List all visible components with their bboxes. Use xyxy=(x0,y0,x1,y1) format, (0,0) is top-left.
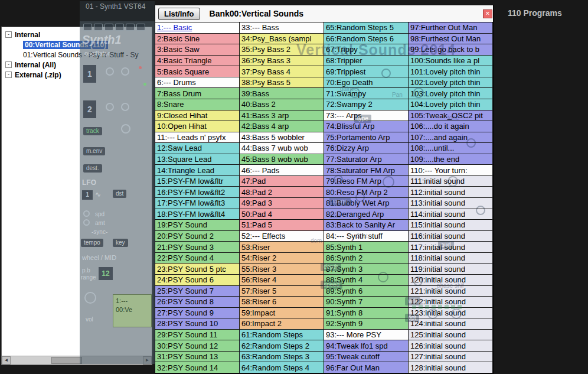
program-cell[interactable]: 53:Riser xyxy=(240,242,324,253)
program-cell[interactable]: 122:initial sound xyxy=(409,297,493,308)
program-cell[interactable]: 12:Saw Lead xyxy=(155,143,240,154)
program-cell[interactable]: 86:Synth 2 xyxy=(324,253,409,264)
program-cell[interactable]: 88:Synth 4 xyxy=(324,275,409,286)
program-cell[interactable]: 9:Closed Hihat xyxy=(155,110,240,122)
program-cell[interactable]: 106:....do it again xyxy=(409,121,493,132)
program-cell[interactable]: 41:Bass 3 arp xyxy=(240,110,324,122)
program-cell[interactable]: 2:Basic Sine xyxy=(155,34,240,45)
program-cell[interactable]: 7:Bass Drum xyxy=(155,88,240,99)
program-cell[interactable]: 65:Random Steps 5 xyxy=(324,22,409,34)
program-cell[interactable]: 27:PSY Sound 9 xyxy=(155,308,240,319)
program-cell[interactable]: 45:Bass 8 wob wub xyxy=(240,154,324,165)
program-cell[interactable]: 102:Lovely pitch thin xyxy=(409,77,493,89)
program-cell[interactable]: 109:....the end xyxy=(409,154,493,165)
program-cell[interactable]: 20:PSY Sound 2 xyxy=(155,231,240,242)
program-cell[interactable]: 82:Deranged Arp xyxy=(324,209,409,220)
tree-item[interactable]: 01:Vertical Sounds - Psy n' Stuff - Sy xyxy=(2,50,152,60)
program-cell[interactable]: 112:initial sound xyxy=(409,187,493,198)
program-cell[interactable]: 39:Bass xyxy=(240,88,324,99)
program-cell[interactable]: 55:Riser 3 xyxy=(240,264,324,275)
program-cell[interactable]: 63:Random Steps 3 xyxy=(240,352,324,363)
program-cell[interactable]: 14:Triangle Lead xyxy=(155,165,240,176)
program-cell[interactable]: 72:Swampy 2 xyxy=(324,99,409,110)
program-cell[interactable]: 75:Portamento Arp xyxy=(324,132,409,144)
program-cell[interactable]: 57:Riser 5 xyxy=(240,286,324,297)
program-cell[interactable]: 40:Bass 2 xyxy=(240,99,324,110)
tree-item[interactable]: -Internal (All) xyxy=(2,60,152,70)
program-cell[interactable]: 100:Sounds like a pl xyxy=(409,56,493,67)
program-cell[interactable]: 3:Basic Saw xyxy=(155,44,240,56)
program-cell[interactable]: 73:--- Arps xyxy=(324,110,409,122)
program-cell[interactable]: 59:Impact xyxy=(240,308,324,319)
program-cell[interactable]: 114:initial sound xyxy=(409,209,493,220)
program-cell[interactable]: 80:Reso FM Arp 2 xyxy=(324,187,409,198)
program-cell[interactable]: 108:....until... xyxy=(409,143,493,154)
tree-item[interactable]: -External (.zip) xyxy=(2,70,152,80)
program-cell[interactable]: 66:Random Steps 6 xyxy=(324,34,409,45)
program-cell[interactable]: 17:PSY-FM low&flt3 xyxy=(155,198,240,209)
program-cell[interactable]: 11:--- Leads n' psyfx xyxy=(155,132,240,144)
program-cell[interactable]: 30:PSY Sound 12 xyxy=(155,340,240,352)
program-cell[interactable]: 79:Reso FM Arp xyxy=(324,176,409,187)
program-cell[interactable]: 67:Trippy xyxy=(324,44,409,56)
tree-expander-icon[interactable]: - xyxy=(5,31,12,38)
program-cell[interactable]: 83:Back to Sanity Ar xyxy=(324,220,409,231)
program-cell[interactable]: 116:initial sound xyxy=(409,231,493,242)
program-cell[interactable]: 21:PSY Sound 3 xyxy=(155,242,240,253)
program-cell[interactable]: 6:--- Drums xyxy=(155,77,240,89)
program-cell[interactable]: 126:initial sound xyxy=(409,340,493,352)
program-cell[interactable]: 124:initial sound xyxy=(409,318,493,330)
tree-item[interactable]: 00:Vertical Sounds (110) xyxy=(2,40,152,50)
program-cell[interactable]: 51:Pad 5 xyxy=(240,220,324,231)
program-cell[interactable]: 61:Random Steps xyxy=(240,330,324,341)
program-cell[interactable]: 56:Riser 4 xyxy=(240,275,324,286)
program-cell[interactable]: 110:--- Your turn: xyxy=(409,165,493,176)
program-cell[interactable]: 118:initial sound xyxy=(409,253,493,264)
program-cell[interactable]: 68:Trippier xyxy=(324,56,409,67)
program-cell[interactable]: 8:Snare xyxy=(155,99,240,110)
program-cell[interactable]: 96:Far Out Man xyxy=(324,362,409,373)
program-cell[interactable]: 95:Tweak cutoff xyxy=(324,352,409,363)
program-cell[interactable]: 78:Saturator FM Arp xyxy=(324,165,409,176)
program-cell[interactable]: 107:....and again xyxy=(409,132,493,144)
program-cell[interactable]: 84:--- Synth stuff xyxy=(324,231,409,242)
list-info-button[interactable]: List/Info xyxy=(158,8,200,20)
program-cell[interactable]: 98:Furthest Out Man xyxy=(409,34,493,45)
program-cell[interactable]: 105:Tweak_OSC2 pit xyxy=(409,110,493,122)
program-cell[interactable]: 127:initial sound xyxy=(409,352,493,363)
program-cell[interactable]: 60:Impact 2 xyxy=(240,318,324,330)
scroll-left-arrow-icon[interactable]: ◄ xyxy=(2,356,11,365)
program-cell[interactable]: 81:Bubbly Wet Arp xyxy=(324,198,409,209)
program-cell[interactable]: 29:PSY Sound 11 xyxy=(155,330,240,341)
program-cell[interactable]: 58:Riser 6 xyxy=(240,297,324,308)
program-cell[interactable]: 85:Synth 1 xyxy=(324,242,409,253)
program-cell[interactable]: 101:Lovely pitch thin xyxy=(409,66,493,77)
tree-horizontal-scrollbar[interactable]: ◄ ► xyxy=(2,356,152,365)
program-cell[interactable]: 115:initial sound xyxy=(409,220,493,231)
program-cell[interactable]: 13:Square Lead xyxy=(155,154,240,165)
program-cell[interactable]: 35:Psy Bass 2 xyxy=(240,44,324,56)
program-cell[interactable]: 103:Lovely pitch thin xyxy=(409,88,493,99)
program-cell[interactable]: 15:PSY-FM low&fltr xyxy=(155,176,240,187)
program-cell[interactable]: 25:PSY Sound 7 xyxy=(155,286,240,297)
program-cell[interactable]: 22:PSY Sound 4 xyxy=(155,253,240,264)
program-cell[interactable]: 77:Saturator Arp xyxy=(324,154,409,165)
program-cell[interactable]: 18:PSY-FM low&flt4 xyxy=(155,209,240,220)
program-cell[interactable]: 94:Tweak lfo1 spd xyxy=(324,340,409,352)
program-cell[interactable]: 38:Psy Bass 5 xyxy=(240,77,324,89)
program-cell[interactable]: 43:Bass 5 wobbler xyxy=(240,132,324,144)
program-cell[interactable]: 42:Bass 4 arp xyxy=(240,121,324,132)
program-cell[interactable]: 99:Lets go back to b xyxy=(409,44,493,56)
program-cell[interactable]: 113:initial sound xyxy=(409,198,493,209)
tree-expander-icon[interactable]: - xyxy=(5,71,12,78)
program-cell[interactable]: 128:initial sound xyxy=(409,362,493,373)
scrollbar-thumb[interactable] xyxy=(51,357,82,364)
program-cell[interactable]: 19:PSY Sound xyxy=(155,220,240,231)
program-cell[interactable]: 119:initial sound xyxy=(409,264,493,275)
program-cell[interactable]: 69:Trippiest xyxy=(324,66,409,77)
program-cell[interactable]: 117:initial sound xyxy=(409,242,493,253)
tree-expander-icon[interactable]: - xyxy=(5,61,12,68)
program-cell[interactable]: 34:Psy_Bass (sampl xyxy=(240,34,324,45)
program-cell[interactable]: 48:Pad 2 xyxy=(240,187,324,198)
program-cell[interactable]: 125:initial sound xyxy=(409,330,493,341)
